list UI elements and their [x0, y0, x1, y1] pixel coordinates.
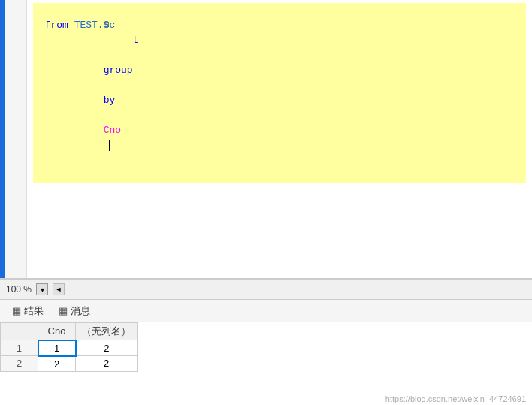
- indent: [33, 18, 45, 33]
- row-2-num: 2: [1, 356, 38, 372]
- row-1-num: 1: [1, 340, 38, 356]
- col-header-cno: Cno: [38, 323, 76, 340]
- zoom-level: 100 %: [6, 284, 32, 295]
- row-1-cno[interactable]: 1: [38, 340, 76, 356]
- col-header-noname: （无列名）: [76, 323, 138, 340]
- table-ref: TEST.Sc: [74, 18, 116, 33]
- kw-by: by: [104, 95, 116, 106]
- messages-tab-icon: ▦: [59, 305, 68, 316]
- table-row: 2 2 2: [1, 356, 138, 372]
- watermark: https://blog.csdn.net/weixin_44724691: [385, 394, 526, 403]
- space: [104, 80, 110, 91]
- line-numbers: [5, 0, 27, 278]
- tabs-bar: ▦ 结果 ▦ 消息: [0, 300, 532, 322]
- editor-inner: ⊟ select Cno , count ( Sno ): [5, 0, 532, 278]
- space2: [104, 110, 110, 121]
- col-cno-group: Cno: [104, 125, 121, 136]
- tab-results[interactable]: ▦ 结果: [6, 301, 50, 321]
- row-2-cno[interactable]: 2: [38, 356, 76, 372]
- main-container: ⊟ select Cno , count ( Sno ): [0, 0, 532, 405]
- status-bar: 100 % ▾ ◄: [0, 279, 532, 300]
- code-line-1: ⊟ select Cno , count ( Sno ): [33, 3, 526, 18]
- results-tab-label: 结果: [24, 304, 44, 318]
- indent2: [104, 50, 116, 61]
- row-2-noname[interactable]: 2: [76, 356, 138, 372]
- kw-from: from: [45, 18, 68, 33]
- table-row: 1 1 2: [1, 340, 138, 356]
- scroll-left-btn[interactable]: ◄: [53, 283, 65, 295]
- tab-messages[interactable]: ▦ 消息: [53, 301, 96, 321]
- col-header-empty: [1, 323, 38, 340]
- messages-tab-label: 消息: [71, 304, 90, 318]
- editor-area: ⊟ select Cno , count ( Sno ): [0, 0, 532, 279]
- space: [68, 18, 74, 33]
- table-header-row: Cno （无列名）: [1, 323, 138, 340]
- results-tab-icon: ▦: [12, 305, 21, 316]
- results-area[interactable]: Cno （无列名） 1 1 2 2 2 2 https://blog.csdn.…: [0, 322, 532, 405]
- results-table: Cno （无列名） 1 1 2 2 2 2: [0, 322, 138, 372]
- cursor: [104, 140, 111, 151]
- code-editor[interactable]: ⊟ select Cno , count ( Sno ): [27, 0, 532, 278]
- row-1-noname[interactable]: 2: [76, 340, 138, 356]
- kw-group: group: [104, 65, 133, 76]
- zoom-dropdown[interactable]: ▾: [36, 283, 48, 295]
